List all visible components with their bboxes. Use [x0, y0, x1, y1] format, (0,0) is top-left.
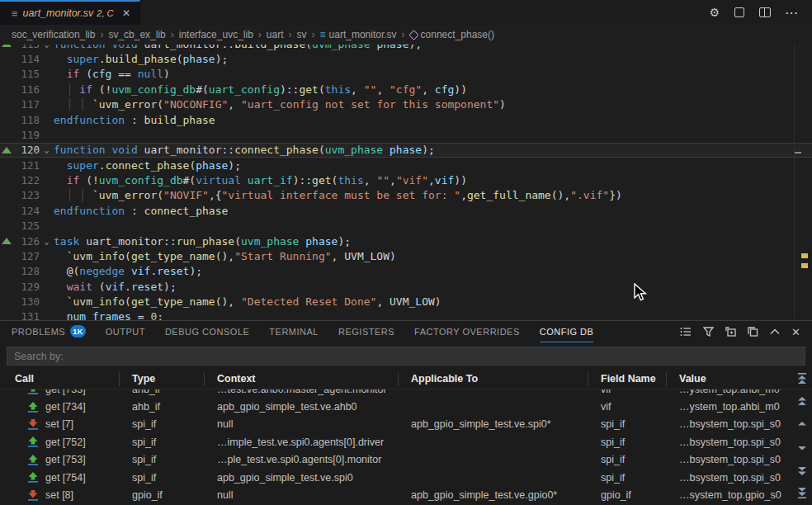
overview-ruler-warning-mark	[801, 253, 808, 258]
breadcrumb-item[interactable]: sv_cb_ex_lib	[108, 29, 165, 40]
context-cell: null	[205, 489, 399, 501]
code-line-117[interactable]: 117 │ │ `uvm_error("NOCONFIG", "uart_con…	[0, 97, 812, 112]
bottom-panel: PROBLEMS1KOUTPUTDEBUG CONSOLETERMINALREG…	[0, 320, 812, 505]
gutter-marker-icon[interactable]	[0, 45, 13, 51]
code-line-115[interactable]: 115 if (cfg == null)	[0, 67, 812, 82]
table-row[interactable]: set [8]gpio_ifnullapb_gpio_simple_test.v…	[0, 486, 812, 503]
code-line-119[interactable]: 119	[0, 127, 812, 142]
table-row[interactable]: get [734]ahb_ifapb_gpio_simple_test.ve.a…	[0, 398, 812, 415]
line-number: 117	[13, 98, 40, 111]
code-text: endfunction : build_phase	[54, 114, 812, 126]
page-down-icon[interactable]	[796, 465, 808, 474]
breadcrumb-item[interactable]: connect_phase()	[410, 29, 494, 40]
breadcrumb-item[interactable]: ≡uart_monitor.sv	[320, 29, 397, 40]
breadcrumb-item[interactable]: soc_verification_lib	[12, 29, 95, 40]
code-editor[interactable]: 113⌄function void uart_monitor::build_ph…	[0, 45, 812, 320]
code-line-122[interactable]: 122 if (!uvm_config_db#(virtual uart_if)…	[0, 172, 812, 187]
breadcrumb-item[interactable]: interface_uvc_lib	[179, 29, 253, 40]
config-db-table: CallTypeContextApplicable ToField NameVa…	[0, 369, 812, 505]
call-cell: get [752]	[0, 437, 120, 448]
line-number: 125	[13, 219, 40, 232]
table-row[interactable]: get [733]ahb_if…test.ve.ahb0.master_agen…	[0, 389, 812, 398]
context-cell: apb_gpio_simple_test.ve.ahb0	[205, 401, 399, 413]
code-line-128[interactable]: 128 @(negedge vif.reset);	[0, 264, 812, 279]
code-line-121[interactable]: 121 super.connect_phase(phase);	[0, 158, 812, 172]
open-new-window-icon[interactable]	[725, 327, 736, 337]
code-line-118[interactable]: 118endfunction : build_phase	[0, 112, 812, 127]
fold-chevron-icon[interactable]: ⌄	[40, 145, 54, 154]
type-cell: spi_if	[120, 472, 205, 484]
panel-tab-registers[interactable]: REGISTERS	[338, 321, 394, 342]
split-editor-icon[interactable]	[759, 7, 771, 17]
code-line-125[interactable]: 125	[0, 219, 812, 234]
code-line-116[interactable]: 116 │ if (!uvm_config_db#(uart_config)::…	[0, 82, 812, 97]
code-line-129[interactable]: 129 wait (vif.reset);	[0, 279, 812, 294]
gutter-space	[0, 309, 13, 320]
breadcrumb-item[interactable]: sv	[297, 29, 307, 40]
filter-icon[interactable]	[703, 327, 714, 337]
code-line-120[interactable]: 120⌄function void uart_monitor::connect_…	[0, 143, 812, 158]
panel-tab-problems[interactable]: PROBLEMS1K	[12, 321, 86, 342]
line-number: 118	[13, 114, 40, 126]
table-row[interactable]: get [753]spi_if…ple_test.ve.spi0.agents[…	[0, 451, 812, 469]
breadcrumb-item[interactable]: uart	[267, 29, 284, 40]
panel-tab-bar: PROBLEMS1KOUTPUTDEBUG CONSOLETERMINALREG…	[0, 321, 812, 342]
panel-tab-output[interactable]: OUTPUT	[106, 321, 145, 342]
code-line-113[interactable]: 113⌄function void uart_monitor::build_ph…	[0, 45, 812, 51]
column-header-call[interactable]: Call	[0, 372, 120, 386]
scroll-to-bottom-icon[interactable]	[796, 487, 808, 497]
code-line-124[interactable]: 124endfunction : connect_phase	[0, 203, 812, 218]
code-text: super.build_phase(phase);	[54, 53, 812, 65]
fold-chevron-icon[interactable]: ⌄	[40, 237, 54, 246]
gutter-space	[0, 279, 13, 294]
scroll-to-top-icon[interactable]	[796, 372, 808, 382]
fold-chevron-icon[interactable]: ⌄	[40, 45, 54, 49]
table-row[interactable]: set [7]spi_ifnullapb_gpio_simple_test.ve…	[0, 416, 812, 433]
scroll-down-icon[interactable]	[796, 441, 808, 451]
panel-tab-terminal[interactable]: TERMINAL	[269, 321, 319, 342]
table-row[interactable]: get [754]spi_ifapb_gpio_simple_test.ve.s…	[0, 469, 812, 486]
gutter-marker-icon[interactable]	[0, 234, 13, 248]
context-cell: apb_gpio_simple_test.ve.spi0	[205, 472, 399, 484]
more-actions-icon[interactable]: ···	[786, 7, 799, 18]
code-line-131[interactable]: 131 num_frames = 0;	[0, 309, 812, 320]
panel-tab-debug-console[interactable]: DEBUG CONSOLE	[165, 321, 249, 342]
get-icon	[27, 472, 39, 483]
code-text: task uart_monitor::run_phase(uvm_phase p…	[54, 235, 812, 248]
code-line-123[interactable]: 123 │ │ `uvm_error("NOVIF",{"virtual int…	[0, 188, 812, 203]
line-number: 115	[13, 68, 40, 80]
maximize-panel-chevron-icon[interactable]	[770, 328, 780, 335]
gutter-space	[0, 67, 13, 82]
column-header-value[interactable]: Value	[667, 372, 812, 386]
page-up-icon[interactable]	[796, 395, 808, 405]
code-line-114[interactable]: 114 super.build_phase(phase);	[0, 51, 812, 66]
column-header-context[interactable]: Context	[205, 372, 399, 386]
close-tab-icon[interactable]: ✕	[120, 7, 133, 20]
column-header-applicable-to[interactable]: Applicable To	[399, 372, 588, 386]
code-line-126[interactable]: 126⌄task uart_monitor::run_phase(uvm_pha…	[0, 234, 812, 248]
view-as-list-icon[interactable]	[680, 327, 692, 337]
field-name-cell: gpio_if	[588, 489, 667, 501]
context-cell: …ple_test.ve.spi0.agents[0].monitor	[205, 454, 399, 465]
tab-uart-monitor[interactable]: ≡ uart_monitor.sv 2, C ✕	[0, 0, 140, 25]
panel-tab-factory-overrides[interactable]: FACTORY OVERRIDES	[414, 321, 520, 342]
code-text: if (cfg == null)	[54, 68, 812, 80]
column-header-field-name[interactable]: Field Name	[588, 372, 667, 386]
column-header-type[interactable]: Type	[120, 372, 205, 386]
code-line-130[interactable]: 130 `uvm_info(get_type_name(), "Detected…	[0, 294, 812, 309]
scroll-up-icon[interactable]	[796, 418, 808, 427]
table-header: CallTypeContextApplicable ToField NameVa…	[0, 369, 812, 389]
value-cell: …bsystem_top.spi_s0	[667, 437, 812, 448]
layout-square-icon[interactable]	[734, 7, 744, 17]
context-cell: …imple_test.ve.spi0.agents[0].driver	[205, 437, 399, 448]
panel-tab-config-db[interactable]: CONFIG DB	[540, 321, 594, 342]
gutter-marker-icon[interactable]	[0, 143, 13, 158]
settings-gear-icon[interactable]: ⚙	[709, 7, 720, 18]
search-input[interactable]	[7, 347, 805, 366]
copy-panel-icon[interactable]	[748, 327, 758, 337]
code-line-127[interactable]: 127 `uvm_info(get_type_name(),"Start Run…	[0, 248, 812, 263]
search-bar	[0, 342, 812, 369]
line-number: 121	[13, 159, 40, 172]
value-cell: …bsystem_top.spi_s0	[667, 454, 812, 465]
table-row[interactable]: get [752]spi_if…imple_test.ve.spi0.agent…	[0, 433, 812, 451]
